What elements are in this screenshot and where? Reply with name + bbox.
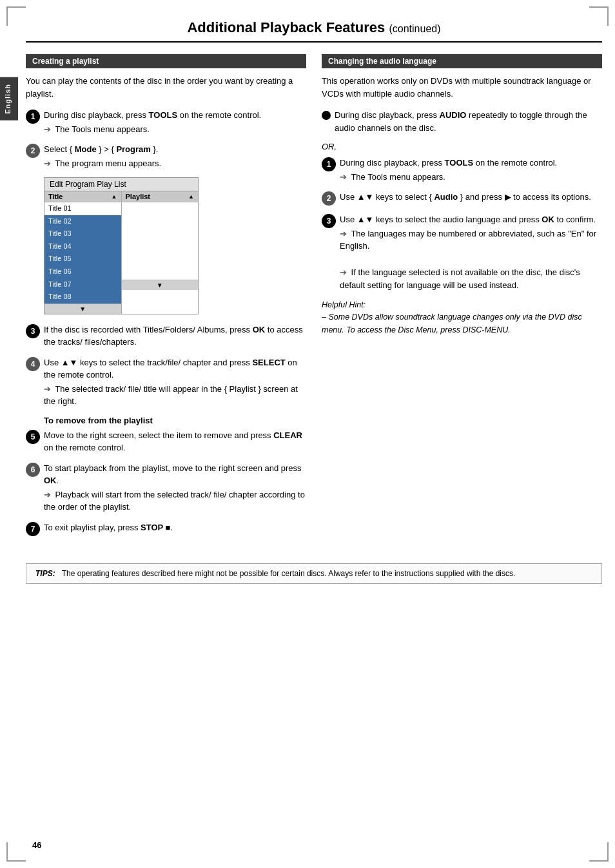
title-column-header: Title ▲	[44, 191, 121, 202]
playlist-dialog: Edit Program Play List Title ▲ Title 01 …	[44, 177, 199, 314]
step-1: 1 During disc playback, press TOOLS on t…	[26, 109, 306, 135]
step-5-number: 5	[26, 430, 40, 444]
step-6-number: 6	[26, 463, 40, 477]
bullet-icon	[322, 111, 331, 120]
playlist-column: Playlist ▲ ▼	[122, 191, 199, 314]
title-item-01[interactable]: Title 01	[44, 202, 121, 215]
right-step-2: 2 Use ▲▼ keys to select { Audio } and pr…	[322, 191, 602, 206]
scroll-up-playlist[interactable]: ▲	[188, 193, 194, 200]
or-text: OR,	[322, 142, 602, 151]
title-item-04[interactable]: Title 04	[44, 240, 121, 253]
step-2-number: 2	[26, 144, 40, 158]
step-3-content: If the disc is recorded with Titles/Fold…	[44, 323, 306, 349]
right-step-3-content: Use ▲▼ keys to select the audio language…	[340, 213, 602, 291]
helpful-hint-header: Helpful Hint:	[322, 300, 366, 309]
step-7: 7 To exit playlist play, press STOP ■.	[26, 521, 306, 536]
creating-playlist-intro: You can play the contents of the disc in…	[26, 75, 306, 100]
step-6-content: To start playback from the playlist, mov…	[44, 462, 306, 514]
tips-box: TIPS: The operating features described h…	[26, 563, 602, 584]
scroll-down-playlist[interactable]: ▼	[122, 280, 199, 290]
title-item-08[interactable]: Title 08	[44, 291, 121, 304]
title-column: Title ▲ Title 01 Title 02 Title 03 Title…	[44, 191, 122, 314]
corner-decoration-br	[589, 842, 609, 862]
page-title: Additional Playback Features (continued)	[26, 19, 602, 43]
step-3: 3 If the disc is recorded with Titles/Fo…	[26, 323, 306, 349]
bullet-step: During disc playback, press AUDIO repeat…	[322, 109, 602, 134]
left-column: Creating a playlist You can play the con…	[26, 54, 306, 544]
tips-label: TIPS:	[35, 569, 55, 578]
scroll-down-title[interactable]: ▼	[44, 304, 121, 314]
tips-text: The operating features described here mi…	[62, 569, 516, 578]
corner-decoration-tr	[589, 6, 609, 26]
helpful-hint: Helpful Hint: – Some DVDs allow soundtra…	[322, 299, 602, 336]
step-2: 2 Select { Mode } > { Program }. ➔ The p…	[26, 143, 306, 169]
remove-subheader: To remove from the playlist	[44, 416, 306, 425]
right-step-3-number: 3	[322, 214, 336, 228]
main-content: Additional Playback Features (continued)…	[26, 0, 602, 610]
step-5-content: Move to the right screen, select the ite…	[44, 429, 306, 454]
step-4-content: Use ▲▼ keys to select the track/file/ ch…	[44, 356, 306, 408]
two-column-layout: Creating a playlist You can play the con…	[26, 54, 602, 544]
audio-language-header: Changing the audio language	[322, 54, 602, 68]
title-item-05[interactable]: Title 05	[44, 253, 121, 265]
right-step-1-number: 1	[322, 157, 336, 171]
step-4: 4 Use ▲▼ keys to select the track/file/ …	[26, 356, 306, 408]
playlist-dialog-title: Edit Program Play List	[44, 178, 198, 191]
helpful-hint-text: – Some DVDs allow soundtrack language ch…	[322, 313, 582, 334]
step-1-number: 1	[26, 110, 40, 124]
right-column: Changing the audio language This operati…	[322, 54, 602, 336]
step-7-content: To exit playlist play, press STOP ■.	[44, 521, 306, 534]
step-5: 5 Move to the right screen, select the i…	[26, 429, 306, 454]
audio-language-intro: This operation works only on DVDs with m…	[322, 75, 602, 100]
title-item-03[interactable]: Title 03	[44, 227, 121, 240]
right-step-1-content: During disc playback, press TOOLS on the…	[340, 157, 602, 183]
playlist-column-header: Playlist ▲	[122, 191, 199, 202]
corner-decoration-bl	[6, 842, 26, 862]
creating-playlist-header: Creating a playlist	[26, 54, 306, 68]
step-4-number: 4	[26, 357, 40, 371]
right-step-2-number: 2	[322, 191, 336, 206]
right-step-3: 3 Use ▲▼ keys to select the audio langua…	[322, 213, 602, 291]
right-step-1: 1 During disc playback, press TOOLS on t…	[322, 157, 602, 183]
step-1-content: During disc playback, press TOOLS on the…	[44, 109, 306, 135]
page-number: 46	[32, 840, 41, 850]
right-step-2-content: Use ▲▼ keys to select { Audio } and pres…	[340, 191, 602, 204]
title-item-06[interactable]: Title 06	[44, 265, 121, 278]
title-item-07[interactable]: Title 07	[44, 278, 121, 291]
playlist-items	[122, 202, 199, 280]
playlist-dialog-body: Title ▲ Title 01 Title 02 Title 03 Title…	[44, 191, 198, 314]
step-6: 6 To start playback from the playlist, m…	[26, 462, 306, 514]
step-3-number: 3	[26, 324, 40, 338]
bullet-step-content: During disc playback, press AUDIO repeat…	[335, 109, 602, 134]
corner-decoration-tl	[6, 6, 26, 26]
step-2-content: Select { Mode } > { Program }. ➔ The pro…	[44, 143, 306, 169]
title-item-02[interactable]: Title 02	[44, 215, 121, 228]
scroll-up-title[interactable]: ▲	[112, 193, 117, 200]
title-items: Title 01 Title 02 Title 03 Title 04 Titl…	[44, 202, 121, 304]
step-7-number: 7	[26, 522, 40, 536]
sidebar-language-label: English	[0, 77, 18, 121]
